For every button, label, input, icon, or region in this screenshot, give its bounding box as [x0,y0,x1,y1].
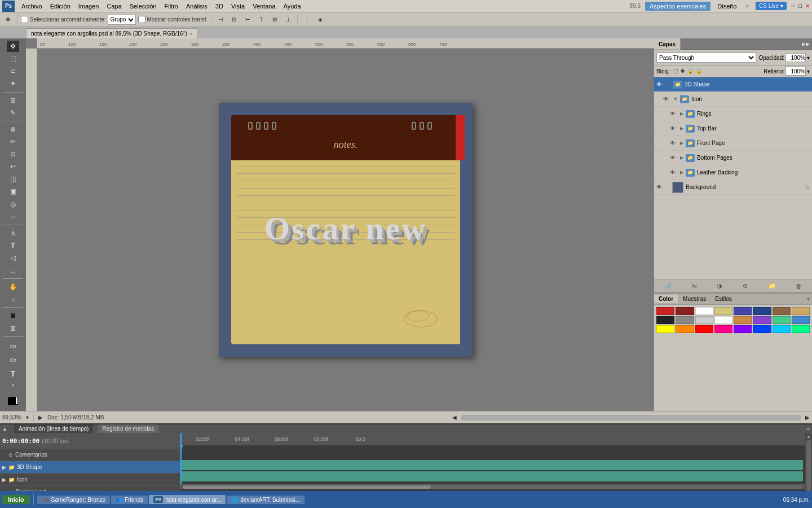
layer-3dshape-eye[interactable]: 👁 [656,81,664,87]
zoom-tool[interactable]: ⌕ [7,294,19,305]
link-layers-icon[interactable]: 🔗 [664,282,672,290]
design-btn[interactable]: Diseño [713,2,741,11]
swatch-0[interactable] [656,307,674,315]
layer-icon-eye[interactable]: 👁 [663,96,671,102]
stamp-tool[interactable]: ⊙ [7,148,19,160]
screen-mode-icon[interactable]: ⊠ [7,322,19,334]
heal-tool[interactable]: ⊕ [7,124,19,135]
layer-background[interactable]: 👁 ▶ Background fx [654,180,812,195]
brush-tool[interactable]: ✏ [7,136,19,147]
menu-analisis[interactable]: Análisis [183,2,211,11]
color-tab[interactable]: Color [654,295,678,303]
auto-select-check[interactable]: Seleccionar automáticamente: Grupo [21,15,136,25]
history-brush-tool[interactable]: ↩ [7,161,19,172]
fill-input[interactable] [785,67,806,76]
shape-tool[interactable]: □ [7,265,19,276]
tl-icon-expand[interactable]: ▶ [2,477,6,483]
timeline-scroll-track[interactable] [183,485,803,489]
adjustment-icon[interactable]: ⊕ [743,282,748,290]
rect-select-tool[interactable]: ⬚ [7,53,19,64]
swatches-tab[interactable]: Muestras [678,295,710,303]
menu-capa[interactable]: Capa [103,2,125,11]
menu-filtro[interactable]: Filtro [161,2,181,11]
move-tool-icon[interactable]: ✥ [2,14,14,25]
track-icon-bar[interactable] [180,471,803,481]
lasso-tool[interactable]: ⊂ [7,65,19,77]
swatch-5[interactable] [753,307,771,315]
swatch-12[interactable] [734,316,752,324]
swatch-8[interactable] [656,316,674,324]
swatch-16[interactable] [656,325,674,333]
swatch-22[interactable] [773,325,791,333]
dodge-tool[interactable]: ○ [7,211,19,222]
eraser-tool[interactable]: ◫ [7,173,19,185]
gradient-tool[interactable]: ▣ [7,186,19,197]
text-mode-icon[interactable]: T [7,367,19,380]
swatch-14[interactable] [773,316,791,324]
swatch-3[interactable] [714,307,732,315]
eyedropper-tool[interactable]: ✎ [7,107,19,119]
timeline-options-icon[interactable]: ≡ [807,426,810,432]
layer-frontpage[interactable]: 👁 ▶ 📁 Front Page [654,136,812,151]
layer-background-eye[interactable]: 👁 [656,184,664,190]
taskbar-gameranger[interactable]: 🎮 GameRanger: Bronze [37,496,110,504]
pen-tool[interactable]: ∧ [7,227,19,239]
swatch-11[interactable] [714,316,732,324]
fill-arrow[interactable]: ▾ [807,68,810,75]
scroll-right-icon[interactable]: ▶ [805,414,810,421]
align-top-icon[interactable]: ⊤ [255,14,267,25]
swatch-20[interactable] [734,325,752,333]
align-center-v-icon[interactable]: ⊞ [269,14,280,25]
lock-move-icon[interactable]: ✥ [681,68,685,74]
cs-live-btn[interactable]: CS Live ▾ [756,2,787,10]
swatch-4[interactable] [734,307,752,315]
channel-icon[interactable]: Ch [7,354,19,366]
blend-mode-select[interactable]: Pass Through [656,52,756,63]
auto-select-checkbox[interactable] [21,16,28,23]
move-tool[interactable]: ✥ [7,41,19,52]
menu-seleccion[interactable]: Selección [126,2,160,11]
swatch-17[interactable] [676,325,694,333]
document-tab[interactable]: nota elegante con argollas.psd al 89,5% … [26,28,197,38]
fg-bg-icon[interactable] [5,395,21,409]
swatch-23[interactable] [792,325,810,333]
distribute-icon[interactable]: ⁞ [301,14,312,25]
zoom-options-icon[interactable]: ▾ [26,414,29,421]
styles-tab[interactable]: Estilos [710,295,736,303]
timeline-layer-icon[interactable]: ▶ 📁 Icon [0,474,180,486]
close-btn[interactable]: ✕ [805,3,810,9]
swatch-19[interactable] [714,325,732,333]
lock-all-icon[interactable]: 🔒 [687,68,694,74]
auto-icon[interactable]: ◈ [315,14,326,25]
timeline-tab-animation[interactable]: Animación (línea de tiempo) [14,424,94,433]
layer-rings-eye[interactable]: 👁 [670,111,678,117]
layer-topbar-expand[interactable]: ▶ [680,126,683,131]
layer-leatherbacking[interactable]: 👁 ▶ 📁 Leather Backing [654,165,812,180]
essential-btn[interactable]: Aspectos esenciales [645,2,710,11]
scroll-left-icon[interactable]: ◀ [452,414,457,421]
swatch-18[interactable] [695,325,713,333]
color-panel-arrow[interactable]: ▾ [805,296,812,302]
scroll-track-h[interactable] [461,415,801,421]
align-bottom-icon[interactable]: ⊥ [283,14,294,25]
layer-frontpage-expand[interactable]: ▶ [680,141,683,146]
layer-icon[interactable]: 👁 ▼ 📁 Icon [654,92,812,107]
delete-layer-icon[interactable]: 🗑 [796,283,802,290]
path-select-tool[interactable]: ◁ [7,252,19,264]
layer-frontpage-eye[interactable]: 👁 [670,140,678,146]
show-controls-checkbox[interactable] [138,16,145,23]
track-3dshape-bar[interactable] [180,460,803,470]
blur-tool[interactable]: ◎ [7,199,19,210]
new-group-icon[interactable]: 📁 [768,282,776,290]
timeline-layer-3dshape[interactable]: ▶ 📁 3D Shape [0,461,180,474]
menu-edicion[interactable]: Edición [47,2,74,11]
layer-mask-icon[interactable]: ◑ [717,282,722,290]
menu-vista[interactable]: Vista [228,2,248,11]
swatch-13[interactable] [753,316,771,324]
quote-icon[interactable]: " [7,381,19,393]
layer-rings[interactable]: 👁 ▶ 📁 Rings [654,107,812,121]
swatch-7[interactable] [792,307,810,315]
menu-archivo[interactable]: Archivo [18,2,46,11]
vscroll-up-icon[interactable]: ▲ [806,434,811,439]
timeline-collapse-icon[interactable]: ▲ [2,426,7,432]
